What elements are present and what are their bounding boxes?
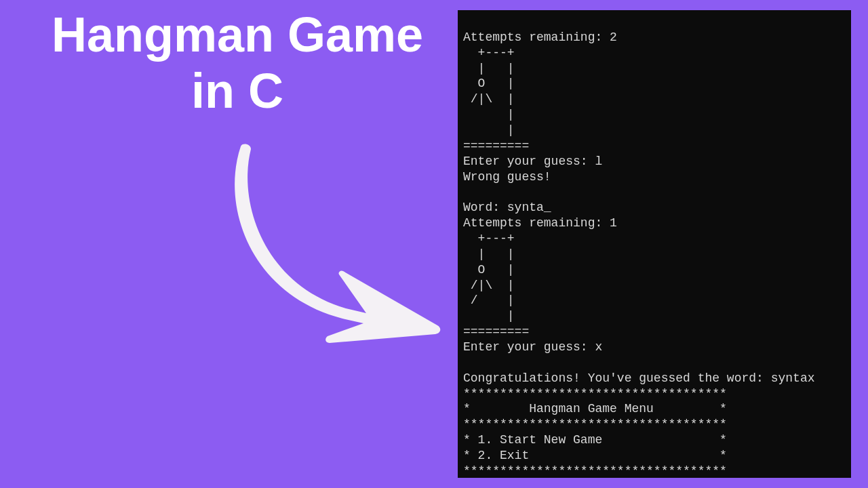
gallows-ascii-2-line: /|\ | (463, 279, 515, 292)
gallows-ascii-2-line: O | (463, 263, 515, 277)
gallows-ascii-1-line: +---+ (463, 46, 515, 60)
gallows-ascii-2-line: / | (463, 293, 515, 307)
guess-prompt-1: Enter your guess: l (463, 155, 602, 168)
terminal-window[interactable]: Attempts remaining: 2 +---+ | | O | /|\ … (458, 10, 851, 478)
attempts-remaining-1: Attempts remaining: 2 (463, 30, 617, 44)
word-display: Word: synta_ (463, 201, 551, 214)
gallows-ascii-1-line: | (463, 108, 515, 121)
gallows-ascii-1-line: | (463, 123, 515, 137)
menu-border: ************************************ (463, 387, 727, 401)
menu-option-exit: * 2. Exit * (463, 449, 727, 462)
gallows-ascii-1-line: O | (463, 77, 515, 90)
gallows-ascii-2-line: | (463, 309, 515, 323)
page-title: Hangman Game in C (20, 7, 454, 119)
gallows-ascii-2-line: | | (463, 247, 515, 261)
menu-title: * Hangman Game Menu * (463, 402, 727, 415)
menu-option-start: * 1. Start New Game * (463, 433, 727, 447)
wrong-guess-message: Wrong guess! (463, 170, 551, 184)
title-line-2: in C (191, 64, 283, 118)
gallows-ascii-1-line: /|\ | (463, 92, 515, 106)
arrow-icon (231, 142, 461, 346)
title-line-1: Hangman Game (52, 7, 423, 62)
menu-border: ************************************ (463, 418, 727, 431)
gallows-ascii-1-line: | | (463, 62, 515, 75)
guess-prompt-2: Enter your guess: x (463, 340, 602, 354)
separator-line: ========= (463, 325, 529, 338)
menu-border: ************************************ (463, 464, 727, 478)
attempts-remaining-2: Attempts remaining: 1 (463, 216, 617, 230)
gallows-ascii-2-line: +---+ (463, 232, 515, 245)
congratulations-message: Congratulations! You've guessed the word… (463, 371, 814, 385)
separator-line: ========= (463, 139, 529, 152)
